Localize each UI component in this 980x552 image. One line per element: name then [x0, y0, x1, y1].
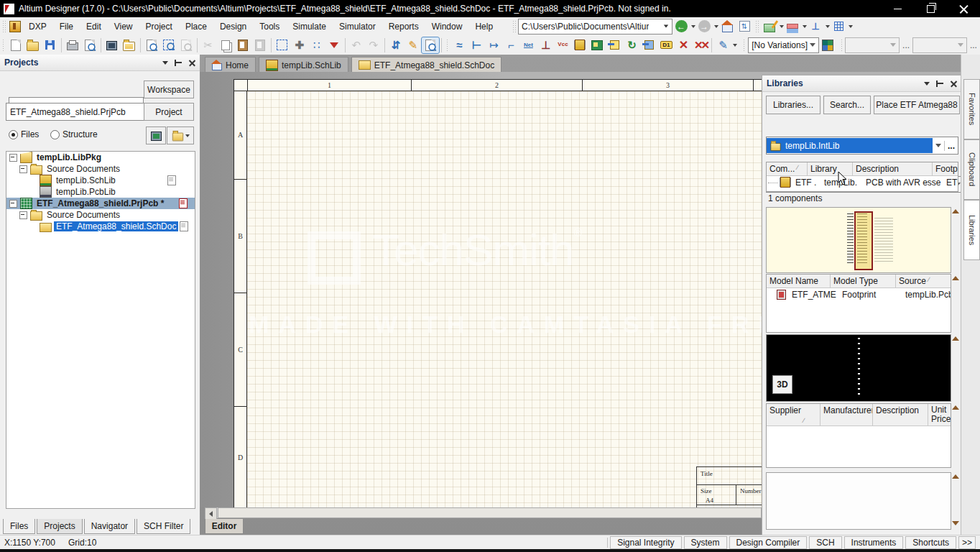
- workspace-panels-button[interactable]: [121, 37, 138, 53]
- editor-mode-tab[interactable]: Editor: [205, 519, 244, 534]
- panel-close-icon[interactable]: [951, 80, 957, 87]
- status-more[interactable]: >>: [958, 536, 976, 549]
- zoom-document-button[interactable]: [143, 37, 160, 53]
- workspace-button[interactable]: Workspace: [144, 80, 194, 98]
- more-button-1[interactable]: ...: [900, 40, 912, 50]
- more-button-2[interactable]: ...: [967, 40, 980, 50]
- side-tab-libraries[interactable]: Libraries: [963, 200, 980, 260]
- tab-projects[interactable]: Projects: [37, 519, 82, 534]
- scrollbar-thumb[interactable]: [218, 507, 762, 518]
- 3d-mode-button[interactable]: 3D: [772, 375, 792, 394]
- col-component[interactable]: Com...∕: [767, 162, 808, 175]
- tree-item-source-documents-2[interactable]: Source Documents: [6, 209, 195, 221]
- scroll-up-icon[interactable]: [952, 209, 959, 213]
- project-button[interactable]: Project: [144, 103, 194, 121]
- select-area-button[interactable]: [274, 37, 291, 53]
- save-document-button[interactable]: [42, 37, 59, 53]
- annotate-button[interactable]: ✎: [405, 37, 422, 53]
- copy-button[interactable]: [217, 37, 234, 53]
- collapse-icon[interactable]: [9, 154, 17, 162]
- status-system[interactable]: System: [684, 536, 727, 549]
- menu-dxp[interactable]: DXP: [22, 19, 53, 34]
- col-model-name[interactable]: Model Name: [767, 275, 831, 288]
- toolbar-grip[interactable]: [446, 39, 449, 52]
- place-net-label-button[interactable]: Net: [519, 37, 537, 53]
- utilities-tool-button[interactable]: [761, 19, 778, 34]
- redo-button[interactable]: ↷: [365, 37, 382, 53]
- col-manufacturer[interactable]: Manufacturer: [820, 404, 873, 426]
- menu-simulator[interactable]: Simulator: [333, 19, 382, 34]
- panel-menu-icon[interactable]: [924, 82, 930, 86]
- toolbar-grip[interactable]: [743, 39, 746, 52]
- cut-button[interactable]: ✂: [200, 37, 217, 53]
- tree-item-libpkg[interactable]: tempLib.LibPkg: [6, 152, 195, 163]
- component-row[interactable]: ETF . tempLib. PCB with AVR esse ETF_ATM…: [767, 176, 958, 188]
- address-combobox[interactable]: C:\Users\Public\Documents\Altiur: [518, 19, 672, 34]
- close-button[interactable]: [947, 0, 980, 17]
- symbol-preview[interactable]: [766, 207, 951, 273]
- scroll-left-button[interactable]: [205, 507, 217, 520]
- open-device-view-button[interactable]: [103, 37, 121, 53]
- panel-pin-icon[interactable]: [175, 60, 182, 66]
- panel-pin-icon[interactable]: [936, 80, 944, 87]
- chevron-down-icon[interactable]: [935, 144, 941, 147]
- power-sources-button[interactable]: ⊥: [807, 19, 824, 34]
- tree-item-source-documents-1[interactable]: Source Documents: [6, 163, 195, 175]
- col-model-type[interactable]: Model Type: [831, 275, 896, 288]
- tab-navigator[interactable]: Navigator: [84, 519, 135, 534]
- collapse-icon[interactable]: [9, 200, 17, 208]
- menu-design[interactable]: Design: [213, 19, 253, 34]
- status-sch[interactable]: SCH: [809, 536, 841, 549]
- libraries-button[interactable]: Libraries...: [766, 96, 820, 114]
- footprint-3d-preview[interactable]: 3D: [766, 334, 951, 402]
- menu-reports[interactable]: Reports: [382, 19, 425, 34]
- place-device-sheet-button[interactable]: ↻: [623, 37, 640, 53]
- variations-combobox[interactable]: [No Variations]: [748, 37, 818, 53]
- print-button[interactable]: [64, 37, 81, 53]
- library-combobox[interactable]: tempLib.IntLib ...: [766, 137, 958, 155]
- place-part-button[interactable]: [571, 37, 588, 53]
- tab-files[interactable]: Files: [3, 519, 35, 534]
- undo-button[interactable]: ↶: [348, 37, 365, 53]
- col-supplier[interactable]: Supplier∕: [767, 404, 820, 426]
- home-button[interactable]: [718, 19, 736, 34]
- alignment-tool-button[interactable]: [784, 19, 801, 34]
- menu-help[interactable]: Help: [468, 19, 499, 34]
- open-project-dropdown-button[interactable]: [167, 126, 194, 144]
- col-footprint[interactable]: Footpr: [933, 162, 958, 175]
- panel-close-icon[interactable]: [189, 60, 195, 66]
- menu-window[interactable]: Window: [425, 19, 469, 34]
- restore-button[interactable]: [914, 0, 947, 17]
- structure-radio[interactable]: Structure: [50, 129, 98, 139]
- tree-item-prjpcb[interactable]: ETF_Atmega88_shield.PrjPcb *: [6, 198, 195, 209]
- status-shortcuts[interactable]: Shortcuts: [905, 536, 956, 549]
- disabled-combobox-2[interactable]: [912, 37, 967, 53]
- toolbar-grip[interactable]: [841, 39, 843, 52]
- place-sheet-entry-button[interactable]: [606, 37, 623, 53]
- scroll-down-icon[interactable]: [952, 521, 959, 525]
- place-component-button[interactable]: Place ETF Atmega88: [874, 96, 960, 114]
- model-row[interactable]: ETF_ATME Footprint tempLib.PcbLib: [767, 288, 951, 300]
- menu-simulate[interactable]: Simulate: [286, 19, 333, 34]
- toolbar-grip[interactable]: [2, 20, 6, 33]
- new-document-button[interactable]: [7, 37, 24, 53]
- menu-file[interactable]: File: [53, 19, 80, 34]
- col-supplier-description[interactable]: Description: [873, 404, 928, 426]
- tab-sch-filter[interactable]: SCH Filter: [137, 519, 190, 534]
- panel-menu-icon[interactable]: [162, 61, 168, 65]
- menu-place[interactable]: Place: [179, 19, 213, 34]
- variant-manager-button[interactable]: [819, 37, 836, 53]
- col-description[interactable]: Description: [853, 162, 933, 175]
- menu-edit[interactable]: Edit: [80, 19, 108, 34]
- status-signal-integrity[interactable]: Signal Integrity: [610, 536, 681, 549]
- place-signal-harness-button[interactable]: ↦: [485, 37, 502, 53]
- project-name-field[interactable]: ETF_Atmega88_shield.PrjPcb: [6, 103, 148, 121]
- grids-button[interactable]: [830, 19, 847, 34]
- compile-mask-button[interactable]: ✕✕: [692, 37, 709, 53]
- place-vcc-port-button[interactable]: Vcc: [554, 37, 571, 53]
- side-tab-favorites[interactable]: Favorites: [963, 79, 980, 139]
- place-bus-entry-button[interactable]: ⌐: [502, 37, 519, 53]
- line-color-button[interactable]: ✎: [714, 37, 731, 53]
- zoom-selected-button[interactable]: [177, 37, 195, 53]
- tree-item-schdoc[interactable]: ETF_Atmega88_shield.SchDoc: [6, 221, 195, 232]
